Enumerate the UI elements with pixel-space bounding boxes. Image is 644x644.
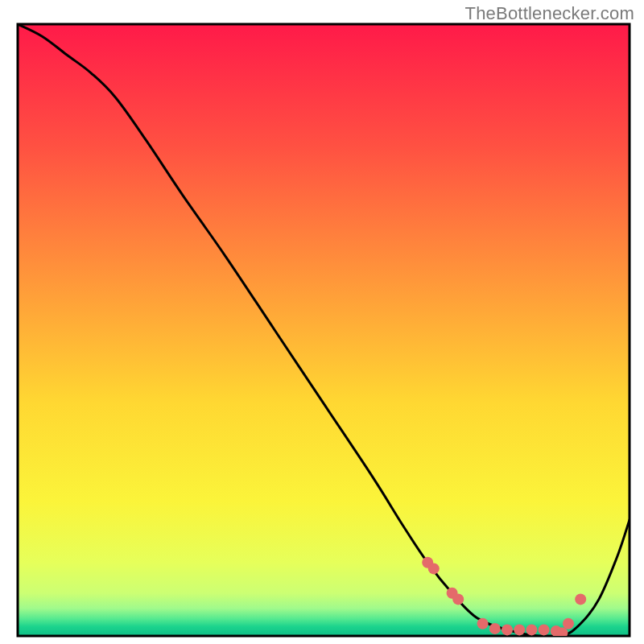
bottleneck-chart — [0, 0, 644, 644]
marker-dot — [575, 593, 586, 605]
marker-dot — [428, 563, 440, 574]
marker-dot — [563, 618, 574, 630]
marker-dot — [489, 623, 501, 634]
marker-dot — [477, 618, 489, 630]
chart-container: TheBottlenecker.com — [0, 0, 644, 644]
plot-area — [18, 24, 630, 638]
marker-dot — [539, 624, 550, 635]
marker-dot — [502, 624, 513, 635]
marker-dot — [514, 624, 525, 635]
marker-dot — [452, 593, 464, 605]
marker-dot — [526, 624, 537, 635]
gradient-background — [18, 24, 630, 636]
